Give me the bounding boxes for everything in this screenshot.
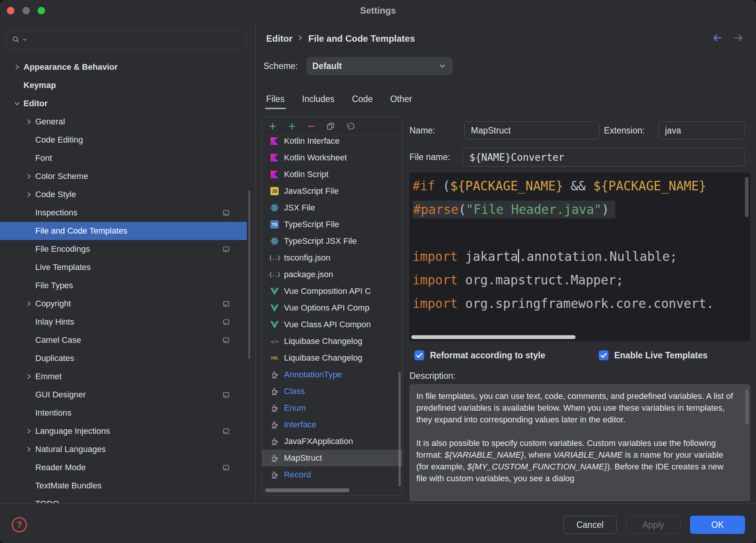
sidebar-item-font[interactable]: Font xyxy=(0,149,247,167)
template-item-mapstruct[interactable]: MapStruct xyxy=(262,450,402,466)
sidebar-item-duplicates[interactable]: Duplicates xyxy=(0,349,247,367)
help-button[interactable]: ? xyxy=(12,517,27,532)
settings-search-box[interactable] xyxy=(6,30,246,50)
sidebar-item-reader-mode[interactable]: Reader Mode xyxy=(0,458,247,477)
apply-button[interactable]: Apply xyxy=(626,516,681,534)
checkbox-live-templates[interactable]: Enable Live Templates xyxy=(599,346,707,364)
template-item-kotlin-script[interactable]: Kotlin Script xyxy=(262,166,402,183)
chevron-spacer xyxy=(25,282,33,290)
search-history-chevron-icon[interactable] xyxy=(22,37,27,44)
template-item-record[interactable]: Record xyxy=(262,466,402,483)
sidebar-scrollbar[interactable] xyxy=(248,190,250,359)
chevron-right-icon[interactable] xyxy=(25,173,33,180)
editor-vertical-scrollbar[interactable] xyxy=(745,177,748,217)
template-extension-input[interactable] xyxy=(659,121,745,140)
sidebar-item-color-scheme[interactable]: Color Scheme xyxy=(0,167,247,185)
sidebar-item-keymap[interactable]: Keymap xyxy=(0,76,247,94)
chevron-spacer xyxy=(25,336,33,344)
template-item-annotationtype[interactable]: AnnotationType xyxy=(262,366,402,383)
sidebar-item-natural-languages[interactable]: Natural Languages xyxy=(0,440,247,458)
sidebar-item-general[interactable]: General xyxy=(0,113,247,131)
template-list-horizontal-scrollbar[interactable] xyxy=(265,488,350,492)
remove-template-button[interactable] xyxy=(306,121,316,131)
template-item-tsconfig-json[interactable]: {..}tsconfig.json xyxy=(262,250,402,266)
sidebar-item-file-and-code-templates[interactable]: File and Code Templates xyxy=(0,222,247,240)
template-item-kotlin-interface[interactable]: Kotlin Interface xyxy=(262,136,402,149)
template-item-javascript-file[interactable]: JSJavaScript File xyxy=(262,183,402,199)
cancel-button[interactable]: Cancel xyxy=(563,516,616,534)
sidebar-item-textmate-bundles[interactable]: TextMate Bundles xyxy=(0,477,247,495)
code-line: import org.springframework.core.convert. xyxy=(413,292,750,315)
sidebar-item-inspections[interactable]: Inspections xyxy=(0,204,247,222)
description-box: In file templates, you can use text, cod… xyxy=(409,384,750,501)
chevron-right-icon[interactable] xyxy=(13,63,21,71)
template-item-label: AnnotationType xyxy=(284,370,342,380)
checkbox-reformat[interactable]: Reformat according to style xyxy=(414,346,545,364)
description-scrollbar[interactable] xyxy=(745,389,748,424)
template-item-enum[interactable]: Enum xyxy=(262,400,402,416)
chevron-right-icon[interactable] xyxy=(25,118,33,126)
template-item-javafxapplication[interactable]: JavaFXApplication xyxy=(262,433,402,450)
chevron-right-icon[interactable] xyxy=(25,446,33,454)
sidebar-item-editor[interactable]: Editor xyxy=(0,94,247,113)
editor-horizontal-scrollbar[interactable] xyxy=(411,335,576,339)
chevron-right-icon[interactable] xyxy=(25,300,33,308)
search-input[interactable] xyxy=(29,35,246,45)
template-item-vue-options-api-comp[interactable]: Vue Options API Comp xyxy=(262,300,402,316)
sidebar-item-inlay-hints[interactable]: Inlay Hints xyxy=(0,313,247,331)
tab-includes[interactable]: Includes xyxy=(302,89,335,109)
back-button[interactable] xyxy=(711,33,723,45)
sidebar-item-copyright[interactable]: Copyright xyxy=(0,295,247,313)
sidebar-item-todo[interactable]: TODO xyxy=(0,495,247,503)
template-list-vertical-scrollbar[interactable] xyxy=(398,372,401,487)
chevron-right-icon[interactable] xyxy=(25,427,33,435)
chevron-right-icon[interactable] xyxy=(25,191,33,199)
chevron-down-icon[interactable] xyxy=(13,100,21,108)
template-item-typescript-file[interactable]: TSTypeScript File xyxy=(262,216,402,233)
template-item-package-json[interactable]: {..}package.json xyxy=(262,266,402,283)
reset-templates-button[interactable] xyxy=(345,121,355,131)
sidebar-item-gui-designer[interactable]: GUI Designer xyxy=(0,386,247,404)
tab-code[interactable]: Code xyxy=(352,89,373,109)
sidebar-item-live-templates[interactable]: Live Templates xyxy=(0,258,247,276)
sidebar-item-language-injections[interactable]: Language Injections xyxy=(0,422,247,440)
description-label: Description: xyxy=(409,367,455,385)
duplicate-template-button[interactable] xyxy=(326,121,336,131)
template-item-typescript-jsx-file[interactable]: TypeScript JSX File xyxy=(262,233,402,250)
chevron-spacer xyxy=(25,227,33,235)
yaml-icon: YML xyxy=(270,353,279,363)
template-name-input[interactable] xyxy=(464,121,599,140)
template-item-kotlin-worksheet[interactable]: Kotlin Worksheet xyxy=(262,149,402,166)
checkbox-checked-icon xyxy=(414,350,424,360)
tab-other[interactable]: Other xyxy=(390,89,412,109)
add-child-template-button[interactable] xyxy=(287,121,297,131)
sidebar-item-camel-case[interactable]: Camel Case xyxy=(0,331,247,349)
ok-button[interactable]: OK xyxy=(690,516,745,534)
forward-button[interactable] xyxy=(732,33,745,45)
template-item-liquibase-changelog[interactable]: YMLLiquibase Changelog xyxy=(262,350,402,366)
add-template-button[interactable] xyxy=(268,121,278,131)
template-item-vue-composition-api-c[interactable]: Vue Composition API C xyxy=(262,283,402,300)
sidebar-item-emmet[interactable]: Emmet xyxy=(0,367,247,386)
template-file-name-input[interactable] xyxy=(463,148,745,166)
template-item-class[interactable]: Class xyxy=(262,383,402,400)
template-item-interface[interactable]: Interface xyxy=(262,416,402,433)
code-editor[interactable]: #if (${PACKAGE_NAME} && ${PACKAGE_NAME}#… xyxy=(409,173,750,341)
dialog-footer: ? Cancel Apply OK xyxy=(0,503,756,543)
tab-files[interactable]: Files xyxy=(266,89,285,109)
sidebar-item-appearance-behavior[interactable]: Appearance & Behavior xyxy=(0,58,247,76)
sidebar-item-file-types[interactable]: File Types xyxy=(0,276,247,295)
template-item-liquibase-changelog[interactable]: </>Liquibase Changelog xyxy=(262,333,402,350)
sidebar-item-code-style[interactable]: Code Style xyxy=(0,185,247,204)
sidebar-item-label: Emmet xyxy=(35,372,62,381)
sidebar-item-intentions[interactable]: Intentions xyxy=(0,404,247,422)
chevron-right-icon[interactable] xyxy=(25,373,33,381)
template-item-jsx-file[interactable]: JSX File xyxy=(262,199,402,216)
scheme-select[interactable]: Default xyxy=(306,57,453,75)
template-item-vue-class-api-compon[interactable]: Vue Class API Compon xyxy=(262,316,402,333)
sidebar-item-file-encodings[interactable]: File Encodings xyxy=(0,240,247,258)
kotlin-icon xyxy=(270,153,279,163)
template-list: Kotlin InterfaceKotlin WorksheetKotlin S… xyxy=(262,136,402,495)
breadcrumb-editor[interactable]: Editor xyxy=(266,33,292,44)
sidebar-item-code-editing[interactable]: Code Editing xyxy=(0,131,247,149)
